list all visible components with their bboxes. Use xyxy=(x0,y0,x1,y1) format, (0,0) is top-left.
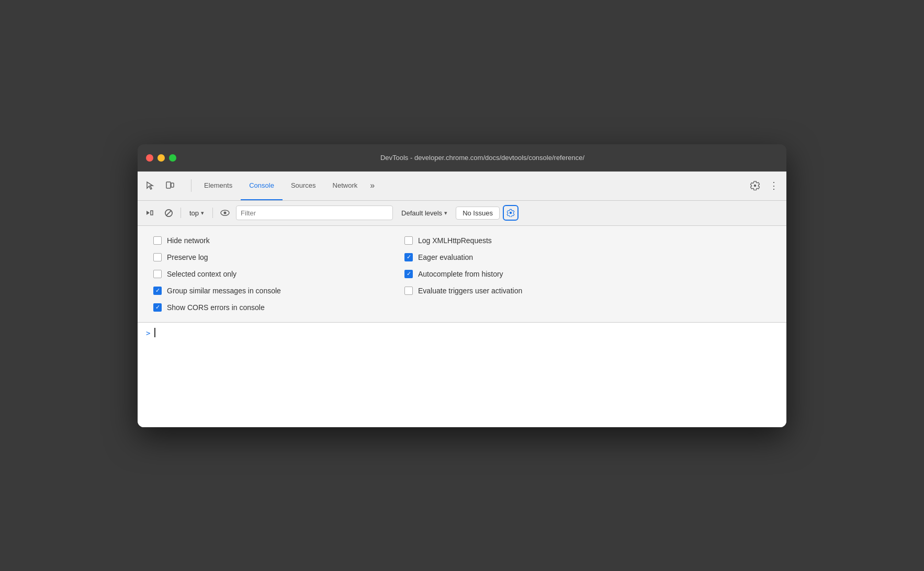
autocomplete-label: Autocomplete from history xyxy=(418,270,503,278)
eye-icon xyxy=(220,210,230,216)
console-prompt: > xyxy=(146,329,150,337)
eye-button[interactable] xyxy=(217,205,233,221)
eager-eval-label: Eager evaluation xyxy=(418,253,473,261)
tabs-list: Elements Console Sources Network » xyxy=(196,172,747,200)
window-title: DevTools - developer.chrome.com/docs/dev… xyxy=(187,154,778,162)
show-cors-checkbox[interactable]: ✓ xyxy=(153,303,162,312)
no-issues-button[interactable]: No Issues xyxy=(456,207,500,220)
more-options-button[interactable]: ⋮ xyxy=(765,177,782,194)
setting-preserve-log: Preserve log xyxy=(153,253,373,261)
tab-network[interactable]: Network xyxy=(324,172,366,200)
context-chevron-icon: ▾ xyxy=(201,210,204,216)
filter-input[interactable] xyxy=(236,205,393,220)
levels-label: Default levels xyxy=(401,209,442,217)
gear-icon xyxy=(750,181,760,190)
checkmark-icon-4: ✓ xyxy=(407,270,411,277)
toolbar-separator-1 xyxy=(181,208,181,218)
tab-icons xyxy=(142,177,178,194)
titlebar: DevTools - developer.chrome.com/docs/dev… xyxy=(138,144,786,172)
block-icon xyxy=(164,209,173,218)
selected-context-label: Selected context only xyxy=(167,270,236,278)
setting-hide-network: Hide network xyxy=(153,236,373,245)
autocomplete-checkbox[interactable]: ✓ xyxy=(404,270,413,278)
eval-triggers-label: Evaluate triggers user activation xyxy=(418,287,522,295)
eager-eval-checkbox[interactable]: ✓ xyxy=(404,253,413,261)
device-icon xyxy=(165,181,175,190)
console-toolbar: top ▾ Default levels ▾ No Issues xyxy=(138,201,786,226)
context-selector[interactable]: top ▾ xyxy=(185,207,208,219)
svg-line-5 xyxy=(166,210,171,215)
setting-eager-eval: ✓ Eager evaluation xyxy=(404,253,624,261)
traffic-lights xyxy=(146,154,176,162)
close-button[interactable] xyxy=(146,154,153,162)
eval-triggers-checkbox[interactable] xyxy=(404,287,413,295)
log-xhr-label: Log XMLHttpRequests xyxy=(418,236,492,245)
svg-point-8 xyxy=(510,212,512,214)
device-toggle-button[interactable] xyxy=(162,177,178,194)
setting-group-similar: ✓ Group similar messages in console xyxy=(153,287,373,295)
sidebar-toggle-button[interactable] xyxy=(142,205,157,221)
inspect-element-button[interactable] xyxy=(142,177,159,194)
svg-point-7 xyxy=(224,212,227,214)
console-settings-button[interactable] xyxy=(503,205,519,221)
svg-marker-2 xyxy=(147,211,150,215)
checkmark-icon: ✓ xyxy=(155,287,160,294)
tab-separator-1 xyxy=(191,179,191,192)
settings-left-column: Hide network Preserve log Selected conte… xyxy=(153,236,373,312)
tab-bar: Elements Console Sources Network » xyxy=(138,172,786,201)
hide-network-label: Hide network xyxy=(167,236,210,245)
context-label: top xyxy=(189,209,199,217)
minimize-button[interactable] xyxy=(157,154,165,162)
svg-rect-3 xyxy=(151,211,153,215)
checkmark-icon-2: ✓ xyxy=(155,304,160,311)
preserve-log-label: Preserve log xyxy=(167,253,208,261)
log-xhr-checkbox[interactable] xyxy=(404,236,413,245)
settings-panel: Hide network Preserve log Selected conte… xyxy=(138,226,786,323)
console-input-area[interactable]: > xyxy=(138,323,786,427)
log-levels-selector[interactable]: Default levels ▾ xyxy=(396,207,453,219)
setting-autocomplete: ✓ Autocomplete from history xyxy=(404,270,624,278)
tab-sources[interactable]: Sources xyxy=(283,172,324,200)
settings-button[interactable] xyxy=(747,177,763,194)
dots-icon: ⋮ xyxy=(769,181,779,190)
console-cursor[interactable] xyxy=(154,328,155,337)
preserve-log-checkbox[interactable] xyxy=(153,253,162,261)
group-similar-label: Group similar messages in console xyxy=(167,287,281,295)
tab-console[interactable]: Console xyxy=(241,172,283,200)
hide-network-checkbox[interactable] xyxy=(153,236,162,245)
devtools-body: Elements Console Sources Network » xyxy=(138,172,786,427)
more-tabs-button[interactable]: » xyxy=(366,172,379,200)
setting-show-cors: ✓ Show CORS errors in console xyxy=(153,303,373,312)
setting-selected-context: Selected context only xyxy=(153,270,373,278)
sidebar-toggle-icon xyxy=(145,209,154,217)
levels-chevron-icon: ▾ xyxy=(444,210,447,216)
selected-context-checkbox[interactable] xyxy=(153,270,162,278)
tab-elements[interactable]: Elements xyxy=(196,172,241,200)
tab-right-icons: ⋮ xyxy=(747,177,782,194)
checkmark-icon-3: ✓ xyxy=(407,254,411,260)
maximize-button[interactable] xyxy=(169,154,176,162)
show-cors-label: Show CORS errors in console xyxy=(167,303,265,312)
text-cursor xyxy=(154,328,155,337)
group-similar-checkbox[interactable]: ✓ xyxy=(153,287,162,295)
devtools-window: DevTools - developer.chrome.com/docs/dev… xyxy=(138,144,786,427)
setting-eval-triggers: Evaluate triggers user activation xyxy=(404,287,624,295)
settings-right-column: Log XMLHttpRequests ✓ Eager evaluation ✓… xyxy=(404,236,624,312)
svg-rect-1 xyxy=(171,183,174,187)
setting-log-xhr: Log XMLHttpRequests xyxy=(404,236,624,245)
clear-console-button[interactable] xyxy=(161,205,176,221)
settings-gear-icon xyxy=(506,209,515,217)
cursor-icon xyxy=(145,181,155,190)
toolbar-separator-2 xyxy=(212,208,213,218)
settings-grid: Hide network Preserve log Selected conte… xyxy=(153,236,624,312)
svg-rect-0 xyxy=(166,182,171,188)
